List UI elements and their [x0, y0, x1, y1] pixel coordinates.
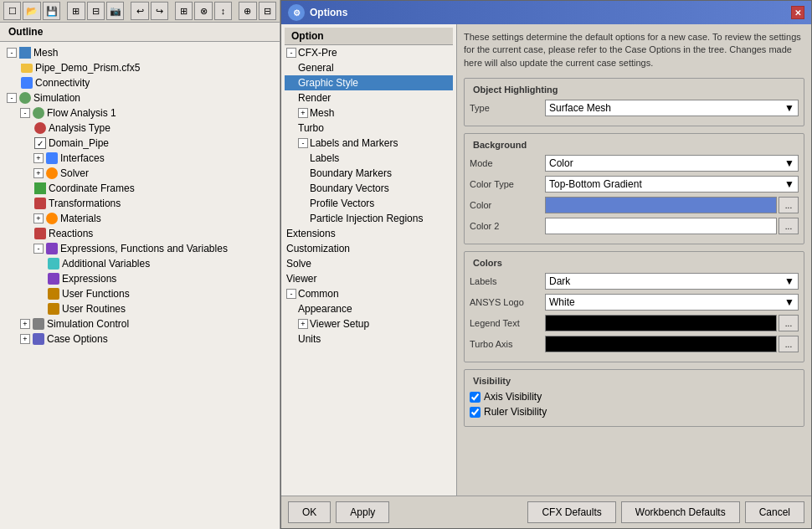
tree-label-mesh: Mesh	[33, 47, 58, 59]
option-turbo[interactable]: Turbo	[285, 121, 453, 136]
toolbar-undo-btn[interactable]: ↩	[131, 2, 148, 20]
sim-control-expand[interactable]: +	[20, 319, 30, 329]
option-cfx-pre[interactable]: - CFX-Pre	[285, 45, 453, 60]
legend-text-btn[interactable]: ...	[779, 315, 799, 331]
mesh-sub-expand[interactable]: +	[298, 108, 308, 118]
toolbar-save-btn[interactable]: 💾	[43, 2, 60, 20]
axis-visibility-label: Axis Visibility	[484, 391, 542, 403]
legend-text-swatch[interactable]	[545, 315, 777, 331]
tree-item-reactions[interactable]: Reactions	[3, 226, 276, 241]
tree-item-pipe[interactable]: Pipe_Demo_Prism.cfx5	[3, 60, 276, 75]
workbench-defaults-button[interactable]: Workbench Defaults	[621, 501, 740, 523]
option-boundary-vectors[interactable]: Boundary Vectors	[285, 181, 453, 196]
option-units[interactable]: Units	[285, 331, 453, 347]
expressions-expand[interactable]: -	[33, 244, 44, 254]
color2-swatch[interactable]	[545, 218, 777, 234]
flow-expand[interactable]: -	[20, 108, 30, 118]
cfx-defaults-button[interactable]: CFX Defaults	[527, 501, 615, 523]
color2-btn[interactable]: ...	[779, 218, 799, 234]
option-labels-markers[interactable]: - Labels and Markers	[285, 136, 453, 151]
ok-button[interactable]: OK	[288, 501, 331, 523]
tree-item-transformations[interactable]: Transformations	[3, 196, 276, 211]
tree-label-connectivity: Connectivity	[35, 77, 90, 89]
interfaces-expand[interactable]: +	[33, 153, 44, 163]
materials-expand[interactable]: +	[33, 213, 44, 223]
color-type-dropdown[interactable]: Top-Bottom Gradient ▼	[545, 176, 799, 193]
tree-item-mesh[interactable]: - Mesh	[3, 45, 276, 60]
option-label-solve: Solve	[286, 258, 311, 270]
option-particle-injection[interactable]: Particle Injection Regions	[285, 211, 453, 226]
dialog-close-button[interactable]: ✕	[791, 6, 804, 19]
turbo-axis-btn[interactable]: ...	[779, 336, 799, 352]
toolbar-minus-btn[interactable]: ⊟	[259, 2, 276, 20]
tree-item-analysis-type[interactable]: Analysis Type	[3, 121, 276, 136]
option-solve[interactable]: Solve	[285, 256, 453, 271]
cfx-pre-expand[interactable]: -	[286, 48, 296, 58]
labels-dropdown[interactable]: Dark ▼	[545, 273, 799, 290]
tree-label-domain-pipe: Domain_Pipe	[49, 137, 109, 149]
tree-item-domain-pipe[interactable]: ✓ Domain_Pipe	[3, 136, 276, 151]
toolbar-plus-btn[interactable]: ⊕	[239, 2, 256, 20]
toolbar-expand-btn[interactable]: ⊞	[67, 2, 85, 20]
tree-item-coord-frames[interactable]: Coordinate Frames	[3, 181, 276, 196]
toolbar-add-btn[interactable]: ⊞	[175, 2, 193, 20]
apply-button[interactable]: Apply	[336, 501, 389, 523]
option-labels[interactable]: Labels	[285, 151, 453, 166]
toolbar-remove-btn[interactable]: ⊗	[194, 2, 212, 20]
tree-item-expressions[interactable]: - Expressions, Functions and Variables	[3, 241, 276, 256]
tree-item-case-options[interactable]: + Case Options	[3, 331, 276, 347]
tree-label-interfaces: Interfaces	[60, 152, 105, 164]
option-customization[interactable]: Customization	[285, 241, 453, 256]
color-swatch[interactable]	[545, 197, 777, 213]
tree-item-materials[interactable]: + Materials	[3, 211, 276, 226]
additional-var-icon	[48, 258, 59, 270]
outline-tab[interactable]: Outline	[0, 23, 280, 42]
toolbar-new-btn[interactable]: ☐	[3, 2, 21, 20]
option-profile-vectors[interactable]: Profile Vectors	[285, 196, 453, 211]
tree-item-simulation[interactable]: - Simulation	[3, 90, 276, 105]
tree-item-solver[interactable]: + Solver	[3, 166, 276, 181]
mesh-expand[interactable]: -	[7, 48, 17, 58]
tree-item-user-functions[interactable]: User Functions	[3, 286, 276, 301]
solver-expand[interactable]: +	[33, 168, 44, 178]
tree-item-sim-control[interactable]: + Simulation Control	[3, 316, 276, 331]
legend-text-control: ...	[545, 315, 799, 331]
cancel-button[interactable]: Cancel	[745, 501, 804, 523]
turbo-axis-swatch[interactable]	[545, 336, 777, 352]
labels-markers-expand[interactable]: -	[298, 138, 308, 148]
toolbar-snapshot-btn[interactable]: 📷	[106, 2, 124, 20]
ansys-logo-dropdown[interactable]: White ▼	[545, 294, 799, 311]
option-extensions[interactable]: Extensions	[285, 226, 453, 241]
option-mesh[interactable]: + Mesh	[285, 105, 453, 121]
common-expand[interactable]: -	[286, 289, 296, 299]
color-btn[interactable]: ...	[779, 197, 799, 213]
option-appearance[interactable]: Appearance	[285, 301, 453, 316]
type-dropdown[interactable]: Surface Mesh ▼	[545, 100, 799, 116]
simulation-expand[interactable]: -	[7, 93, 17, 103]
option-common[interactable]: - Common	[285, 286, 453, 301]
turbo-axis-label: Turbo Axis	[470, 339, 545, 349]
tree-item-user-routines[interactable]: User Routines	[3, 301, 276, 316]
option-viewer[interactable]: Viewer	[285, 271, 453, 286]
toolbar-open-btn[interactable]: 📂	[23, 2, 40, 20]
case-options-expand[interactable]: +	[20, 334, 30, 344]
option-render[interactable]: Render	[285, 90, 453, 105]
ruler-visibility-checkbox[interactable]	[470, 407, 481, 418]
tree-item-connectivity[interactable]: Connectivity	[3, 75, 276, 90]
axis-visibility-checkbox[interactable]	[470, 392, 481, 403]
tree-item-expressions-sub[interactable]: Expressions	[3, 271, 276, 286]
tree-item-flow-analysis[interactable]: - Flow Analysis 1	[3, 105, 276, 121]
tree-item-additional-var[interactable]: Additional Variables	[3, 256, 276, 271]
option-viewer-setup[interactable]: + Viewer Setup	[285, 316, 453, 331]
option-graphic-style[interactable]: Graphic Style	[285, 75, 453, 90]
color-type-row: Color Type Top-Bottom Gradient ▼	[470, 176, 799, 193]
tree-item-interfaces[interactable]: + Interfaces	[3, 151, 276, 166]
viewer-setup-expand[interactable]: +	[298, 319, 308, 329]
option-boundary-markers[interactable]: Boundary Markers	[285, 166, 453, 181]
toolbar-collapse-btn[interactable]: ⊟	[87, 2, 105, 20]
option-general[interactable]: General	[285, 60, 453, 75]
toolbar-redo-btn[interactable]: ↪	[151, 2, 168, 20]
mode-dropdown[interactable]: Color ▼	[545, 155, 799, 172]
dialog-icon: ⚙	[288, 4, 305, 21]
toolbar-move-btn[interactable]: ↕	[214, 2, 232, 20]
